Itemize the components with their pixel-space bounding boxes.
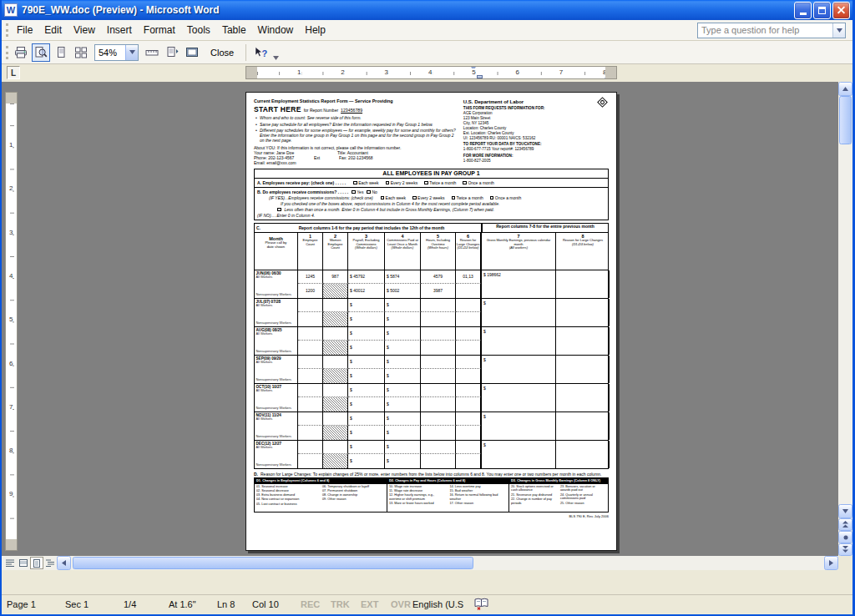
section-d-intro: D. Reason for Large Changes: To explain … bbox=[254, 472, 609, 477]
data-cell bbox=[456, 299, 481, 313]
close-preview-button[interactable]: Close bbox=[202, 44, 242, 61]
restore-button[interactable] bbox=[813, 2, 831, 19]
data-cell bbox=[456, 312, 481, 326]
data-cell bbox=[456, 327, 481, 341]
gross-earnings-cell: $ 198662 bbox=[481, 270, 556, 298]
ces-data-table: MonthPlease call bydate shown1Employee C… bbox=[254, 232, 609, 469]
section-d-text: Reason for Large Changes: To explain cha… bbox=[261, 472, 609, 477]
data-cell bbox=[298, 356, 323, 370]
column-header-4: 4Commissions Paid at Least Once a Month(… bbox=[385, 233, 421, 270]
data-cell bbox=[456, 454, 481, 468]
chevron-down-icon[interactable] bbox=[832, 23, 845, 38]
data-cell: $ bbox=[348, 299, 385, 313]
print-button[interactable] bbox=[12, 43, 30, 62]
column-header-6: 6Reason for Large Changes(D1-D2 below) bbox=[456, 233, 481, 270]
menu-edit[interactable]: Edit bbox=[38, 22, 68, 38]
status-flag-trk[interactable]: TRK bbox=[331, 599, 350, 609]
checkbox-icon bbox=[412, 196, 417, 200]
toolbar-options-icon[interactable] bbox=[271, 43, 281, 63]
section-a: A. Employees receive pay: (check one) . … bbox=[254, 179, 609, 186]
pay-frequency-option: Twice a month bbox=[424, 180, 456, 185]
month-row: OCT(10) 10/27All WorkersNonsupervisory W… bbox=[254, 384, 609, 412]
horizontal-scroll-thumb[interactable] bbox=[73, 557, 473, 569]
question-for-help-input[interactable]: Type a question for help bbox=[697, 23, 846, 38]
menu-format[interactable]: Format bbox=[138, 22, 181, 38]
document-page[interactable]: Current Employment Statistics Report For… bbox=[245, 92, 617, 551]
select-browse-object-button[interactable] bbox=[838, 531, 852, 543]
data-cell: 987 bbox=[323, 270, 348, 285]
one-page-button[interactable] bbox=[52, 43, 70, 62]
next-page-button[interactable] bbox=[838, 543, 852, 556]
restore-icon bbox=[818, 7, 826, 14]
data-cell: $ bbox=[385, 426, 421, 440]
checkbox-label: Twice a month bbox=[457, 195, 483, 200]
d3-box: D3. Changes in Gross Monthly Earnings (C… bbox=[509, 477, 609, 512]
section-b-options: Each weekEvery 2 weeksTwice a monthOnce … bbox=[381, 195, 522, 200]
right-indent-marker[interactable] bbox=[605, 74, 610, 78]
column-header-3: 3Payroll, Excluding Commissions(Whole do… bbox=[348, 233, 385, 270]
normal-view-button[interactable] bbox=[3, 557, 17, 569]
view-ruler-button[interactable] bbox=[143, 43, 161, 62]
d2-box: D2. Changes in Pay and Hours (Columns 6 … bbox=[387, 477, 509, 512]
magnifier-button[interactable] bbox=[32, 43, 50, 62]
outline-view-button[interactable] bbox=[43, 557, 57, 569]
menu-help[interactable]: Help bbox=[299, 22, 331, 38]
status-flag-ext[interactable]: EXT bbox=[361, 599, 378, 609]
status-flag-rec[interactable]: REC bbox=[301, 599, 320, 609]
scroll-right-button[interactable] bbox=[824, 556, 838, 570]
menu-insert[interactable]: Insert bbox=[101, 22, 138, 38]
month-label-cell: OCT(10) 10/27All WorkersNonsupervisory W… bbox=[255, 384, 298, 412]
v-ruler-number: 2 bbox=[9, 184, 13, 192]
zoom-dropdown-icon[interactable] bbox=[125, 45, 138, 60]
shrink-to-fit-button[interactable] bbox=[163, 43, 181, 62]
start-here-label: START HERE bbox=[254, 105, 301, 114]
print-layout-view-button[interactable] bbox=[30, 557, 43, 569]
close-window-button[interactable] bbox=[832, 2, 850, 19]
tab-stop-selector[interactable]: L bbox=[7, 66, 20, 79]
data-cell bbox=[421, 369, 456, 383]
toolbar-grip[interactable] bbox=[6, 46, 8, 59]
d-box-item: 15. Bad weather bbox=[450, 489, 508, 493]
menu-table[interactable]: Table bbox=[216, 22, 252, 38]
checkbox-label: Every 2 weeks bbox=[391, 180, 418, 185]
help-button[interactable]: ? bbox=[250, 43, 271, 62]
multiple-pages-button[interactable] bbox=[72, 43, 90, 62]
horizontal-ruler[interactable]: 12345678 bbox=[245, 66, 617, 79]
d-box-item: 01. Seasonal increase bbox=[256, 485, 319, 489]
zoom-select[interactable]: 54% bbox=[94, 44, 139, 61]
scroll-left-button[interactable] bbox=[57, 556, 71, 570]
toolbar-grip[interactable] bbox=[6, 23, 8, 37]
full-screen-button[interactable] bbox=[183, 43, 201, 62]
reason-cell bbox=[556, 327, 610, 355]
gross-earnings-cell: $ bbox=[481, 356, 556, 383]
scroll-up-button[interactable] bbox=[838, 82, 852, 96]
data-cell bbox=[298, 369, 323, 383]
menu-view[interactable]: View bbox=[68, 22, 101, 38]
status-flag-ovr[interactable]: OVR bbox=[391, 599, 411, 609]
toolbar-separator bbox=[245, 44, 246, 61]
data-cell: $ bbox=[385, 412, 421, 427]
scroll-down-button[interactable] bbox=[838, 504, 852, 518]
horizontal-scroll-track[interactable] bbox=[71, 556, 824, 570]
month-label-cell: AUG(08) 08/25All WorkersNonsupervisory W… bbox=[255, 327, 298, 355]
reason-cell bbox=[556, 356, 610, 383]
d-box-body: 10. Wage rate increase11. Wage rate decr… bbox=[387, 484, 508, 507]
menu-tools[interactable]: Tools bbox=[181, 22, 216, 38]
menu-file[interactable]: File bbox=[11, 22, 38, 38]
title-bar[interactable]: W 790E_WW.doc (Preview) - Microsoft Word bbox=[2, 0, 852, 20]
web-layout-view-button[interactable] bbox=[17, 557, 30, 569]
minimize-button[interactable] bbox=[794, 2, 812, 19]
vertical-scrollbar[interactable] bbox=[838, 82, 852, 556]
menu-window[interactable]: Window bbox=[252, 22, 300, 38]
vertical-scroll-track[interactable] bbox=[838, 96, 852, 504]
section-c-header: C. Report columns 1-6 for the pay period… bbox=[254, 223, 609, 231]
vertical-ruler[interactable]: 123456789 bbox=[5, 82, 18, 556]
left-indent-marker[interactable] bbox=[477, 75, 483, 78]
previous-page-button[interactable] bbox=[838, 518, 852, 531]
data-cell bbox=[298, 312, 323, 326]
spellcheck-status-icon[interactable] bbox=[474, 598, 488, 610]
status-language: English (U.S bbox=[412, 599, 463, 609]
pay-frequency-option: Twice a month bbox=[452, 195, 483, 200]
vertical-scroll-thumb[interactable] bbox=[839, 96, 852, 144]
form-header-section: Current Employment Statistics Report For… bbox=[254, 98, 609, 166]
